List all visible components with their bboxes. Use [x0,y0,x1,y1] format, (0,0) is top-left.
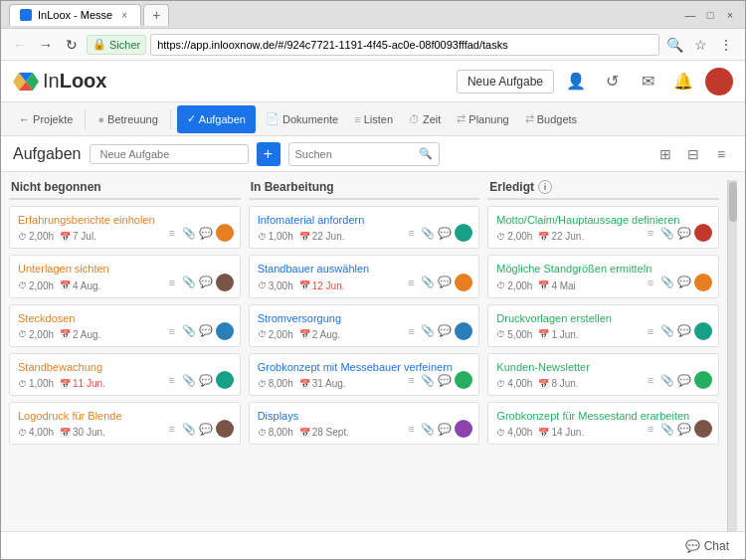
task-card[interactable]: Standbauer auswählen⏱3,00h📅12 Jun.≡📎💬 [249,255,480,297]
chat-action-icon[interactable]: 💬 [199,373,213,387]
minimize-btn[interactable]: — [683,8,697,22]
clip-action-icon[interactable]: 📎 [660,226,674,240]
list-action-icon[interactable]: ≡ [404,373,418,387]
chat-action-icon[interactable]: 💬 [199,324,213,338]
clip-action-icon[interactable]: 📎 [182,324,196,338]
active-tab[interactable]: InLoox - Messe × [9,4,141,26]
bell-icon-btn[interactable]: 🔔 [669,68,697,95]
chat-action-icon[interactable]: 💬 [199,276,213,289]
list-action-icon[interactable]: ≡ [404,324,418,338]
search-icon[interactable]: 🔍 [663,34,685,56]
task-card[interactable]: Grobkonzept für Messestand erarbeiten⏱4,… [487,402,719,445]
list-action-icon[interactable]: ≡ [644,276,657,289]
chat-action-icon[interactable]: 💬 [199,422,213,436]
chat-action-icon[interactable]: 💬 [677,373,691,387]
address-bar[interactable] [150,34,659,56]
betreuung-nav-btn[interactable]: ● Betreuung [92,105,163,133]
projekte-nav-btn[interactable]: ← Projekte [13,105,79,133]
task-card[interactable]: Unterlagen sichten⏱2,00h📅4 Aug.≡📎💬 [9,255,241,297]
chat-action-icon[interactable]: 💬 [677,276,691,289]
list-action-icon[interactable]: ≡ [165,422,179,436]
clip-action-icon[interactable]: 📎 [182,276,196,289]
bookmark-icon[interactable]: ☆ [689,34,711,56]
add-task-btn[interactable]: + [257,142,280,166]
list-action-icon[interactable]: ≡ [644,422,657,436]
search-input[interactable] [295,148,415,160]
list-action-icon[interactable]: ≡ [404,226,418,240]
list-action-icon[interactable]: ≡ [165,226,179,240]
list-action-icon[interactable]: ≡ [644,324,657,338]
task-hours: ⏱8,00h [258,378,293,389]
clip-action-icon[interactable]: 📎 [421,422,435,436]
chat-action-icon[interactable]: 💬 [438,324,452,338]
new-tab[interactable]: + [143,4,169,26]
task-card[interactable]: Kunden-Newsletter⏱4,00h📅8 Jun.≡📎💬 [487,353,719,396]
back-btn[interactable]: ← [9,34,31,56]
tab-close-btn[interactable]: × [118,9,130,21]
chat-action-icon[interactable]: 💬 [438,226,452,240]
info-icon[interactable]: i [538,180,552,194]
chat-action-icon[interactable]: 💬 [438,276,452,289]
clip-action-icon[interactable]: 📎 [182,373,196,387]
task-card[interactable]: Erfahrungsberichte einholen⏱2,00h📅7 Jul.… [9,206,241,249]
neue-aufgabe-header-btn[interactable]: Neue Aufgabe [457,70,554,93]
chat-action-icon[interactable]: 💬 [677,422,691,436]
list-action-icon[interactable]: ≡ [165,373,179,387]
zeit-nav-btn[interactable]: ⏱ Zeit [403,105,447,133]
task-date: 📅14 Jun. [538,427,584,438]
clip-action-icon[interactable]: 📎 [421,324,435,338]
clip-action-icon[interactable]: 📎 [182,422,196,436]
scrollbar-track[interactable] [727,180,737,531]
list-action-icon[interactable]: ≡ [644,226,657,240]
task-card[interactable]: Druckvorlagen erstellen⏱5,00h📅1 Jun.≡📎💬 [487,304,719,347]
columns-icon-btn[interactable]: ⊟ [681,142,705,166]
task-card[interactable]: Stromversorgung⏱2,00h📅2 Aug.≡📎💬 [249,304,480,347]
chat-action-icon[interactable]: 💬 [199,226,213,240]
clip-action-icon[interactable]: 📎 [421,373,435,387]
task-card[interactable]: Logodruck für Blende⏱4,00h📅30 Jun.≡📎💬 [9,402,241,445]
task-card[interactable]: Standbewachung⏱1,00h📅11 Jun.≡📎💬 [9,353,241,396]
clip-action-icon[interactable]: 📎 [421,276,435,289]
planung-nav-btn[interactable]: ⇄ Planung [451,105,514,133]
list-action-icon[interactable]: ≡ [404,422,418,436]
mail-icon-btn[interactable]: ✉ [634,68,661,95]
history-icon-btn[interactable]: ↺ [598,68,626,95]
task-card[interactable]: Infomaterial anfordern⏱1,00h📅22 Jun.≡📎💬 [249,206,480,249]
person-icon-btn[interactable]: 👤 [562,68,590,95]
chat-action-icon[interactable]: 💬 [438,373,452,387]
chat-btn[interactable]: 💬 Chat [679,537,735,555]
list-action-icon[interactable]: ≡ [165,324,179,338]
close-window-btn[interactable]: × [723,8,737,22]
user-avatar[interactable] [705,68,733,95]
clip-action-icon[interactable]: 📎 [660,276,674,289]
task-card[interactable]: Displays⏱8,00h📅28 Sept.≡📎💬 [249,402,480,445]
task-card[interactable]: Steckdosen⏱2,00h📅2 Aug.≡📎💬 [9,304,241,347]
clip-action-icon[interactable]: 📎 [660,373,674,387]
budgets-nav-btn[interactable]: ⇄ Budgets [519,105,583,133]
clip-action-icon[interactable]: 📎 [660,324,674,338]
chat-action-icon[interactable]: 💬 [438,422,452,436]
clip-action-icon[interactable]: 📎 [660,422,674,436]
neue-aufgabe-input[interactable] [90,144,249,164]
listen-nav-btn[interactable]: ≡ Listen [348,105,399,133]
refresh-btn[interactable]: ↻ [61,34,83,56]
app-header: InLoox Neue Aufgabe 👤 ↺ ✉ 🔔 [1,61,745,102]
forward-btn[interactable]: → [35,34,57,56]
maximize-btn[interactable]: □ [703,8,717,22]
chat-action-icon[interactable]: 💬 [677,226,691,240]
list-action-icon[interactable]: ≡ [165,276,179,289]
clip-action-icon[interactable]: 📎 [182,226,196,240]
clip-action-icon[interactable]: 📎 [421,226,435,240]
filter-icon-btn[interactable]: ⊞ [653,142,677,166]
task-card[interactable]: Motto/Claim/Hauptaussage definieren⏱2,00… [487,206,719,249]
task-card[interactable]: Mögliche Standgrößen ermitteln⏱2,00h📅4 M… [487,255,719,297]
aufgaben-nav-btn[interactable]: ✓ Aufgaben [177,105,256,133]
list-view-btn[interactable]: ≡ [709,142,733,166]
list-action-icon[interactable]: ≡ [404,276,418,289]
chat-action-icon[interactable]: 💬 [677,324,691,338]
dokumente-nav-btn[interactable]: 📄 Dokumente [260,105,344,133]
list-action-icon[interactable]: ≡ [644,373,657,387]
task-card[interactable]: Grobkonzept mit Messebauer verfeinern⏱8,… [249,353,480,396]
task-actions: ≡📎💬 [165,322,234,340]
menu-icon[interactable]: ⋮ [715,34,737,56]
